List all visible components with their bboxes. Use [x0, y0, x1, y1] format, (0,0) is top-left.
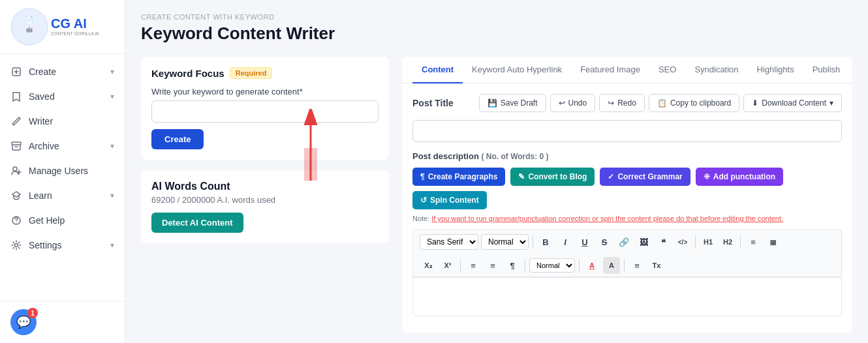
redo-button[interactable]: ↪ Redo — [599, 94, 645, 112]
detect-ai-button[interactable]: Detect AI Content — [151, 213, 243, 233]
create-paragraphs-button[interactable]: ¶ Create Paragraphs — [412, 168, 505, 186]
writer-label: Writer — [29, 116, 53, 127]
tab-seo[interactable]: SEO — [649, 57, 685, 83]
spin-content-button[interactable]: ↺ Spin Content — [412, 191, 487, 209]
download-button[interactable]: ⬇ Download Content ▾ — [743, 94, 842, 112]
learn-chevron: ▾ — [110, 191, 114, 200]
post-title-label: Post Title — [412, 98, 454, 108]
create-icon — [10, 66, 22, 78]
svg-text:📄: 📄 — [25, 16, 34, 24]
nav: Create ▾ Saved ▾ Writer Archive ▾ — [0, 54, 125, 301]
saved-chevron: ▾ — [110, 92, 114, 101]
superscript-button[interactable]: X² — [439, 257, 456, 274]
left-panel: Keyword Focus Required Write your keywor… — [141, 57, 389, 333]
toolbar-divider-4 — [460, 259, 461, 272]
required-badge: Required — [230, 67, 273, 79]
toolbar-divider-1 — [533, 235, 533, 248]
word-count: ( No. of Words: 0 ) — [481, 152, 548, 161]
sidebar-item-writer[interactable]: Writer — [0, 109, 125, 134]
link-button[interactable]: 🔗 — [615, 233, 632, 250]
tab-highlights[interactable]: Highlights — [748, 57, 803, 83]
toolbar-divider-6 — [579, 259, 580, 272]
main-inner: CREATE CONTENT WITH KEYWORD Keyword Cont… — [125, 0, 868, 343]
keyword-input[interactable] — [151, 100, 379, 123]
manage-users-label: Manage Users — [29, 166, 88, 176]
sidebar-item-manage-users[interactable]: Manage Users — [0, 158, 125, 183]
svg-point-7 — [16, 222, 17, 224]
align-right-button[interactable]: ≡ — [484, 257, 501, 274]
spin-content-icon: ↺ — [420, 196, 427, 205]
correct-grammar-button[interactable]: ✓ Correct Grammar — [600, 168, 690, 186]
subscript-button[interactable]: X₂ — [420, 257, 437, 274]
save-draft-icon: 💾 — [488, 98, 497, 108]
learn-icon — [10, 190, 22, 201]
sidebar-item-create[interactable]: Create ▾ — [0, 59, 125, 84]
note-area: Note: If you want to run grammar/punctua… — [412, 215, 842, 222]
editor-content-area[interactable] — [412, 277, 842, 316]
sidebar-item-saved[interactable]: Saved ▾ — [0, 84, 125, 109]
page-title: Keyword Content Writer — [141, 23, 852, 44]
align-justify-button[interactable]: ≡ — [628, 257, 645, 274]
sidebar-item-get-help[interactable]: Get Help — [0, 208, 125, 233]
editor-area: Post Title 💾 Save Draft ↩ Undo — [402, 83, 852, 333]
strikethrough-button[interactable]: S — [596, 233, 613, 250]
clear-format-button[interactable]: Tx — [648, 257, 665, 274]
tab-publish[interactable]: Publish — [803, 57, 850, 83]
paragraph-button[interactable]: ¶ — [504, 257, 521, 274]
image-button[interactable]: 🖼 — [635, 233, 652, 250]
underline-button[interactable]: U — [576, 233, 593, 250]
breadcrumb: CREATE CONTENT WITH KEYWORD — [141, 13, 852, 21]
bold-button[interactable]: B — [537, 233, 554, 250]
tab-keyword-auto[interactable]: Keyword Auto Hyperlink — [463, 57, 571, 83]
italic-button[interactable]: I — [557, 233, 574, 250]
add-punctuation-button[interactable]: ⁜ Add punctuation — [696, 168, 783, 186]
convert-blog-icon: ✎ — [518, 172, 525, 181]
sidebar: 📄 🤖 CG AI CONTENT GORILLA AI Create ▾ Sa… — [0, 0, 125, 343]
font-select[interactable]: Sans Serif — [420, 234, 478, 250]
h2-button[interactable]: H2 — [719, 233, 736, 250]
code-button[interactable]: </> — [674, 233, 691, 250]
copy-icon: 📋 — [657, 98, 667, 108]
settings-icon — [10, 239, 22, 251]
ordered-list-button[interactable]: ≣ — [764, 233, 781, 250]
chat-badge: 1 — [27, 308, 38, 318]
toolbar-row-2: X₂ X² ≡ ≡ ¶ Normal A A ≡ — [412, 254, 842, 277]
logo-icon: 📄 🤖 — [10, 8, 48, 46]
tab-syndication[interactable]: Syndication — [685, 57, 747, 83]
sidebar-item-learn[interactable]: Learn ▾ — [0, 183, 125, 208]
sidebar-item-settings[interactable]: Settings ▾ — [0, 233, 125, 258]
svg-text:🤖: 🤖 — [26, 26, 33, 33]
quote-button[interactable]: ❝ — [655, 233, 672, 250]
h1-button[interactable]: H1 — [700, 233, 717, 250]
right-panel: Content Keyword Auto Hyperlink Featured … — [402, 57, 852, 333]
chat-button[interactable]: 💬 1 — [10, 309, 37, 335]
saved-label: Saved — [29, 91, 55, 102]
post-title-input[interactable] — [412, 120, 842, 142]
unordered-list-button[interactable]: ≡ — [745, 233, 762, 250]
tab-featured-image[interactable]: Featured Image — [571, 57, 649, 83]
save-draft-button[interactable]: 💾 Save Draft — [479, 94, 546, 112]
svg-rect-4 — [12, 142, 21, 145]
get-help-icon — [10, 215, 22, 226]
post-desc-label: Post description ( No. of Words: 0 ) — [412, 151, 549, 161]
logo-text: CG AI — [51, 16, 87, 31]
copy-clipboard-button[interactable]: 📋 Copy to clipboard — [649, 94, 739, 112]
writer-icon — [10, 115, 22, 127]
tab-content[interactable]: Content — [412, 57, 463, 83]
font-color-button[interactable]: A — [583, 257, 600, 274]
undo-button[interactable]: ↩ Undo — [550, 94, 596, 112]
bg-color-button[interactable]: A — [603, 257, 620, 274]
convert-blog-button[interactable]: ✎ Convert to Blog — [510, 168, 595, 186]
line-height-select[interactable]: Normal — [529, 258, 575, 273]
correct-grammar-icon: ✓ — [608, 172, 614, 181]
ai-words-section: AI Words Count 69200 / 2000000 A.I. word… — [141, 170, 389, 243]
action-buttons: 💾 Save Draft ↩ Undo ↪ Redo — [479, 94, 842, 112]
sidebar-item-archive[interactable]: Archive ▾ — [0, 134, 125, 158]
logo-area: 📄 🤖 CG AI CONTENT GORILLA AI — [0, 0, 125, 54]
align-left-button[interactable]: ≡ — [465, 257, 482, 274]
create-button[interactable]: Create — [151, 129, 204, 149]
svg-point-8 — [15, 244, 18, 247]
note-link[interactable]: If you want to run grammar/punctuation c… — [431, 215, 783, 222]
size-select[interactable]: Normal — [481, 234, 529, 250]
editor-toolbar: Sans Serif Normal B I U S 🔗 🖼 ❝ </> — [412, 229, 842, 254]
